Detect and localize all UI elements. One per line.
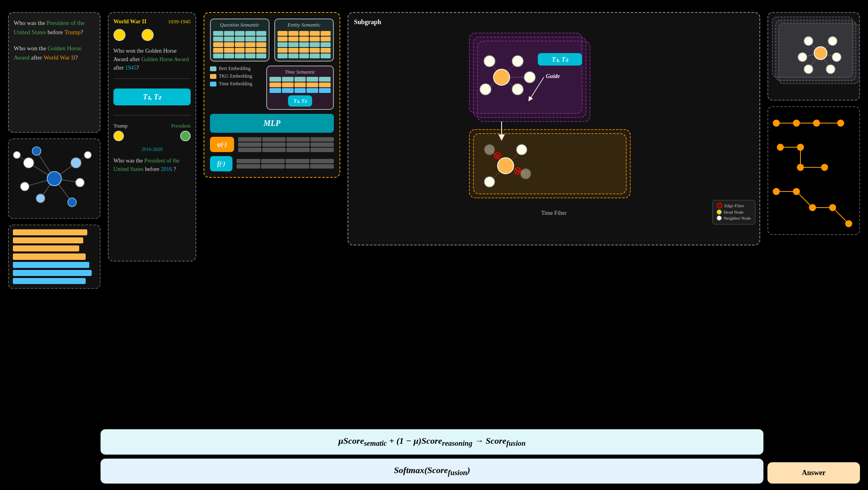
years-2016: 2016-2020 bbox=[113, 145, 191, 152]
legend-area: Bert Embedding TKG Embedding Time Embedd… bbox=[210, 66, 262, 87]
legend-bert-label: Bert Embedding bbox=[219, 66, 251, 72]
orange-chain-box bbox=[767, 106, 860, 235]
svg-point-43 bbox=[516, 144, 527, 155]
mlp-box: MLP bbox=[210, 114, 334, 133]
column-5 bbox=[767, 12, 860, 235]
svg-point-42 bbox=[484, 144, 495, 155]
legend-box: × Edge Filter Head Node Neighbor Node bbox=[712, 200, 755, 224]
svg-point-66 bbox=[804, 65, 813, 74]
answer-section: Answer bbox=[767, 462, 860, 484]
svg-point-79 bbox=[797, 144, 804, 150]
question-1: Who was the President of the United Stat… bbox=[14, 19, 95, 37]
semantic-panel: Question Semantic bbox=[204, 12, 340, 178]
separator-1 bbox=[113, 78, 191, 79]
svg-point-16 bbox=[32, 147, 41, 156]
president-node bbox=[180, 131, 191, 141]
svg-rect-36 bbox=[473, 134, 626, 194]
column-3: Question Semantic bbox=[204, 12, 340, 178]
f-grid bbox=[237, 159, 334, 169]
svg-point-89 bbox=[829, 204, 836, 211]
legend-bert: Bert Embedding bbox=[210, 66, 262, 72]
svg-point-74 bbox=[837, 120, 844, 126]
q-golden: Who won the Golden Horse Award after Gol… bbox=[113, 47, 191, 72]
svg-point-67 bbox=[798, 53, 807, 62]
question-panel: Who was the President of the United Stat… bbox=[8, 12, 101, 133]
svg-point-10 bbox=[24, 158, 34, 168]
question-2: Who won the Golden Horse Award after Wor… bbox=[14, 44, 95, 62]
embed-row-blue-3 bbox=[13, 278, 86, 284]
subgraph-svg: T₁, T₂ Guide bbox=[354, 29, 754, 206]
separator-2 bbox=[113, 115, 191, 115]
embedding-panel bbox=[8, 224, 101, 289]
svg-point-14 bbox=[36, 194, 45, 203]
t-vars-time-sem: T₁, T₂ bbox=[288, 95, 312, 107]
f-row: f(·) bbox=[210, 156, 334, 171]
embed-row-blue-2 bbox=[13, 270, 92, 276]
t-vars-box-1: T₁, T₂ bbox=[113, 89, 191, 105]
neighbor-node-legend: Neighbor Node bbox=[717, 216, 751, 220]
es-grid bbox=[278, 31, 331, 58]
softmax-box: Softmax(Scorefusion) bbox=[101, 459, 763, 484]
svg-point-30 bbox=[512, 84, 523, 95]
legend-time-label: Time Embedding bbox=[219, 81, 252, 87]
node-ww2-left bbox=[113, 29, 125, 41]
time-semantic-title: Time Semantic bbox=[269, 69, 331, 75]
column-4: Subgraph bbox=[348, 12, 760, 245]
president-col: President bbox=[171, 122, 191, 141]
legend-tkg-label: TKG Embedding bbox=[219, 73, 252, 79]
svg-point-11 bbox=[71, 158, 81, 168]
right-graph-box bbox=[767, 12, 860, 101]
subgraph-panel: Subgraph bbox=[348, 12, 760, 245]
embed-row-orange-1 bbox=[13, 229, 87, 235]
legend-tkg: TKG Embedding bbox=[210, 73, 262, 79]
embed-row-orange-3 bbox=[13, 245, 79, 251]
time-sem-row: Bert Embedding TKG Embedding Time Embedd… bbox=[210, 66, 334, 110]
svg-point-80 bbox=[797, 164, 804, 171]
svg-point-86 bbox=[773, 188, 780, 195]
question-semantic-card: Question Semantic bbox=[210, 19, 269, 62]
f-box: f(·) bbox=[210, 156, 232, 171]
column-1: Who was the President of the United Stat… bbox=[8, 12, 101, 289]
orange-chain-svg bbox=[768, 107, 860, 235]
svg-point-71 bbox=[773, 120, 780, 126]
time-filter-label: Time Filter bbox=[354, 210, 754, 216]
bottom-formulas: μScoresematic + (1 − μ)Scorereasoning → … bbox=[101, 429, 763, 484]
phi-grid bbox=[238, 137, 334, 152]
svg-point-78 bbox=[777, 144, 784, 150]
subgraph-title: Subgraph bbox=[354, 19, 754, 26]
timeline-panel: World War II 1939-1945 Who won the Golde… bbox=[108, 12, 196, 261]
svg-point-41 bbox=[498, 158, 514, 174]
legend-bert-color bbox=[210, 66, 216, 71]
ww2-nodes bbox=[113, 29, 191, 41]
q-president: Who was the President of the United Stat… bbox=[113, 156, 191, 173]
phi-box: φ(·) bbox=[210, 137, 234, 152]
trump-president-row: Trump President bbox=[113, 122, 191, 141]
svg-point-65 bbox=[826, 65, 835, 74]
svg-point-27 bbox=[494, 69, 510, 85]
time-semantic-card: Time Semantic bbox=[266, 66, 334, 110]
head-node-legend: Head Node bbox=[717, 210, 751, 214]
phi-row: φ(·) bbox=[210, 137, 334, 152]
svg-point-18 bbox=[84, 151, 91, 159]
svg-point-29 bbox=[484, 56, 495, 67]
svg-point-61 bbox=[814, 47, 827, 60]
main-container: Who was the President of the United Stat… bbox=[0, 0, 868, 490]
svg-point-45 bbox=[484, 177, 495, 187]
svg-point-13 bbox=[68, 198, 76, 207]
svg-point-72 bbox=[793, 120, 800, 126]
embed-row-orange-4 bbox=[13, 253, 86, 259]
node-ww2-right bbox=[142, 29, 154, 41]
trump-node bbox=[113, 131, 124, 141]
svg-point-81 bbox=[821, 164, 828, 171]
entity-semantic-title: Entity Semantic bbox=[278, 22, 331, 28]
edge-filter-legend: × Edge Filter bbox=[717, 203, 751, 208]
legend-time: Time Embedding bbox=[210, 81, 262, 87]
svg-point-44 bbox=[520, 169, 531, 179]
svg-point-62 bbox=[804, 37, 813, 45]
svg-point-32 bbox=[524, 72, 535, 83]
svg-point-64 bbox=[832, 53, 841, 62]
svg-point-90 bbox=[845, 220, 852, 227]
legend-tkg-color bbox=[210, 74, 216, 79]
answer-box: Answer bbox=[767, 462, 860, 484]
svg-point-9 bbox=[47, 171, 61, 185]
